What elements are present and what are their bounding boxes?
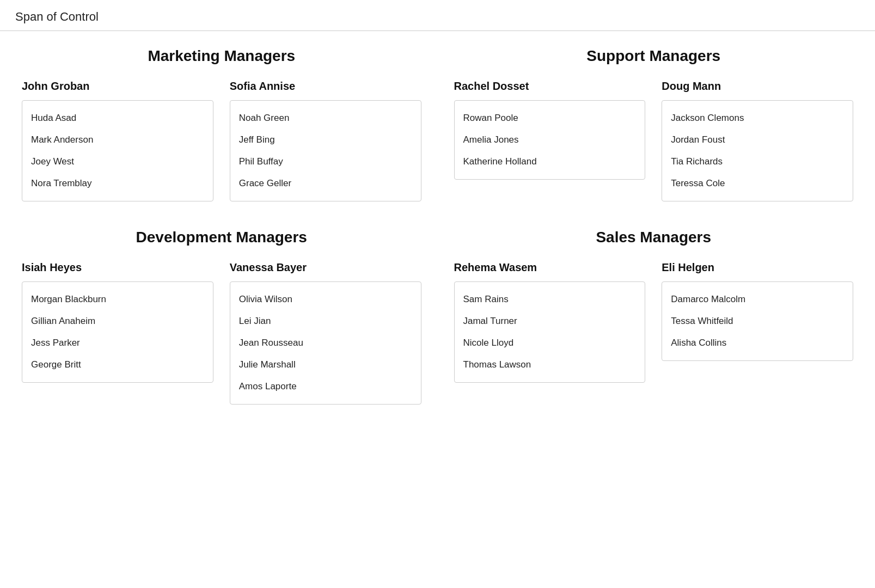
list-item: Damarco Malcolm: [671, 289, 844, 310]
manager-name-sofia-annise: Sofia Annise: [230, 80, 421, 93]
list-item: Thomas Lawson: [463, 354, 637, 376]
list-item: Jordan Foust: [671, 129, 844, 151]
sales-title: Sales Managers: [454, 229, 854, 246]
support-section: Support Managers Rachel Dosset Rowan Poo…: [454, 47, 854, 229]
section-marketing: Marketing Managers John Groban Huda Asad…: [22, 47, 421, 201]
manager-group-isiah-heyes: Isiah Heyes Morgan Blackburn Gillian Ana…: [22, 261, 213, 405]
main-content: Marketing Managers John Groban Huda Asad…: [0, 31, 875, 448]
list-item: Jeff Bing: [239, 129, 412, 151]
employee-list-eli-helgen: Damarco Malcolm Tessa Whitfeild Alisha C…: [662, 281, 853, 361]
manager-group-vanessa-bayer: Vanessa Bayer Olivia Wilson Lei Jian Jea…: [230, 261, 421, 405]
list-item: Teressa Cole: [671, 173, 844, 194]
list-item: Mark Anderson: [31, 129, 204, 151]
manager-name-vanessa-bayer: Vanessa Bayer: [230, 261, 421, 274]
list-item: Katherine Holland: [463, 151, 637, 173]
list-item: Grace Geller: [239, 173, 412, 194]
manager-group-eli-helgen: Eli Helgen Damarco Malcolm Tessa Whitfei…: [662, 261, 853, 383]
manager-group-doug-mann: Doug Mann Jackson Clemons Jordan Foust T…: [662, 80, 853, 201]
list-item: Tessa Whitfeild: [671, 310, 844, 332]
employee-list-sofia-annise: Noah Green Jeff Bing Phil Buffay Grace G…: [230, 100, 421, 201]
top-row: Marketing Managers John Groban Huda Asad…: [22, 47, 853, 229]
list-item: Olivia Wilson: [239, 289, 412, 310]
list-item: Jess Parker: [31, 332, 204, 354]
list-item: Amelia Jones: [463, 129, 637, 151]
list-item: Sam Rains: [463, 289, 637, 310]
employee-list-rehema-wasem: Sam Rains Jamal Turner Nicole Lloyd Thom…: [454, 281, 646, 383]
sales-section: Sales Managers Rehema Wasem Sam Rains Ja…: [454, 229, 854, 432]
manager-group-rehema-wasem: Rehema Wasem Sam Rains Jamal Turner Nico…: [454, 261, 646, 383]
support-managers-row: Rachel Dosset Rowan Poole Amelia Jones K…: [454, 80, 854, 201]
development-section: Development Managers Isiah Heyes Morgan …: [22, 229, 421, 432]
marketing-managers-row: John Groban Huda Asad Mark Anderson Joey…: [22, 80, 421, 201]
manager-group-rachel-dosset: Rachel Dosset Rowan Poole Amelia Jones K…: [454, 80, 646, 201]
list-item: Joey West: [31, 151, 204, 173]
employee-list-isiah-heyes: Morgan Blackburn Gillian Anaheim Jess Pa…: [22, 281, 213, 383]
list-item: Tia Richards: [671, 151, 844, 173]
employee-list-vanessa-bayer: Olivia Wilson Lei Jian Jean Rousseau Jul…: [230, 281, 421, 405]
manager-group-sofia-annise: Sofia Annise Noah Green Jeff Bing Phil B…: [230, 80, 421, 201]
list-item: Jackson Clemons: [671, 107, 844, 129]
section-sales: Sales Managers Rehema Wasem Sam Rains Ja…: [454, 229, 854, 383]
section-development: Development Managers Isiah Heyes Morgan …: [22, 229, 421, 405]
manager-name-isiah-heyes: Isiah Heyes: [22, 261, 213, 274]
manager-name-rehema-wasem: Rehema Wasem: [454, 261, 646, 274]
list-item: Lei Jian: [239, 310, 412, 332]
list-item: Jamal Turner: [463, 310, 637, 332]
list-item: Huda Asad: [31, 107, 204, 129]
list-item: Nicole Lloyd: [463, 332, 637, 354]
list-item: George Britt: [31, 354, 204, 376]
support-title: Support Managers: [454, 47, 854, 65]
manager-group-john-groban: John Groban Huda Asad Mark Anderson Joey…: [22, 80, 213, 201]
list-item: Rowan Poole: [463, 107, 637, 129]
list-item: Morgan Blackburn: [31, 289, 204, 310]
marketing-title: Marketing Managers: [22, 47, 421, 65]
list-item: Gillian Anaheim: [31, 310, 204, 332]
employee-list-rachel-dosset: Rowan Poole Amelia Jones Katherine Holla…: [454, 100, 646, 180]
marketing-section: Marketing Managers John Groban Huda Asad…: [22, 47, 421, 229]
list-item: Nora Tremblay: [31, 173, 204, 194]
manager-name-john-groban: John Groban: [22, 80, 213, 93]
manager-name-eli-helgen: Eli Helgen: [662, 261, 853, 274]
manager-name-rachel-dosset: Rachel Dosset: [454, 80, 646, 93]
manager-name-doug-mann: Doug Mann: [662, 80, 853, 93]
development-title: Development Managers: [22, 229, 421, 246]
employee-list-doug-mann: Jackson Clemons Jordan Foust Tia Richard…: [662, 100, 853, 201]
section-support: Support Managers Rachel Dosset Rowan Poo…: [454, 47, 854, 201]
bottom-row: Development Managers Isiah Heyes Morgan …: [22, 229, 853, 432]
employee-list-john-groban: Huda Asad Mark Anderson Joey West Nora T…: [22, 100, 213, 201]
list-item: Alisha Collins: [671, 332, 844, 354]
list-item: Phil Buffay: [239, 151, 412, 173]
list-item: Jean Rousseau: [239, 332, 412, 354]
page-title: Span of Control: [15, 10, 99, 23]
development-managers-row: Isiah Heyes Morgan Blackburn Gillian Ana…: [22, 261, 421, 405]
list-item: Julie Marshall: [239, 354, 412, 376]
sales-managers-row: Rehema Wasem Sam Rains Jamal Turner Nico…: [454, 261, 854, 383]
list-item: Amos Laporte: [239, 376, 412, 397]
list-item: Noah Green: [239, 107, 412, 129]
page-header: Span of Control: [0, 0, 875, 31]
